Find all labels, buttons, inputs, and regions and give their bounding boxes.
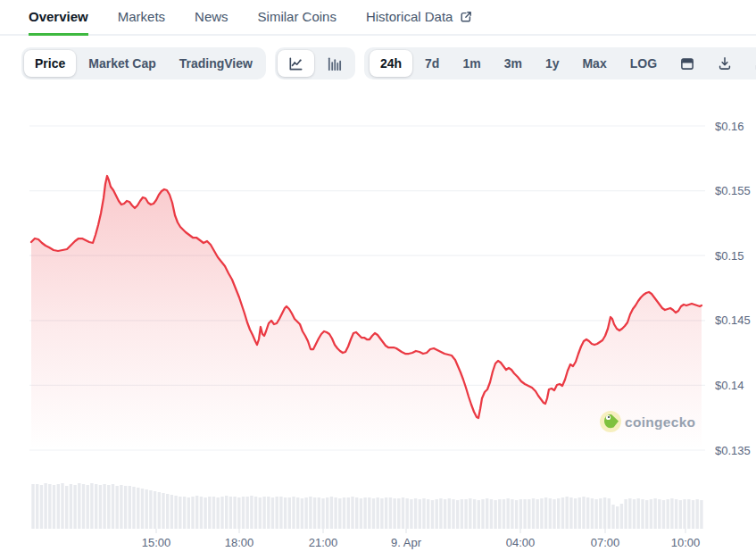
expand-button[interactable] xyxy=(744,50,756,77)
metric-group: PriceMarket CapTradingView xyxy=(21,47,266,79)
volume-bar xyxy=(129,486,131,529)
volume-bar xyxy=(132,487,135,529)
volume-bar xyxy=(586,497,589,529)
volume-bar xyxy=(355,497,358,529)
download-button[interactable] xyxy=(707,50,743,77)
range-log-button[interactable]: LOG xyxy=(619,50,668,77)
volume-bar xyxy=(78,483,80,529)
volume-bar xyxy=(650,499,652,529)
volume-bar xyxy=(284,497,287,529)
volume-bar xyxy=(195,496,198,529)
volume-bar xyxy=(120,485,122,529)
range-3m-button[interactable]: 3m xyxy=(494,50,533,77)
volume-bar xyxy=(40,485,43,529)
volume-bar xyxy=(599,498,602,529)
volume-bar xyxy=(31,484,34,529)
volume-bar xyxy=(637,498,640,529)
volume-bar xyxy=(318,497,320,529)
volume-bar xyxy=(641,499,644,529)
volume-bar xyxy=(503,499,505,529)
volume-bar xyxy=(620,504,623,529)
volume-bar xyxy=(57,484,60,529)
volume-bar xyxy=(628,498,631,529)
volume-bar xyxy=(523,499,526,529)
volume-bar xyxy=(351,497,353,529)
volume-bar xyxy=(515,500,518,529)
volume-bar xyxy=(208,497,211,529)
chart-toolbar: PriceMarket CapTradingView 24h7d1m3m1yMa… xyxy=(21,47,753,79)
range-1m-button[interactable]: 1m xyxy=(452,50,491,77)
volume-bar xyxy=(225,496,228,529)
volume-bar xyxy=(212,497,215,529)
volume-bar xyxy=(696,499,699,529)
volume-bar xyxy=(540,498,543,529)
volume-bar xyxy=(334,497,336,529)
volume-bar xyxy=(594,499,597,529)
volume-bar xyxy=(141,489,144,529)
tab-news[interactable]: News xyxy=(195,0,228,36)
tab-historical-data[interactable]: Historical Data xyxy=(366,0,474,36)
volume-bar xyxy=(70,484,72,529)
volume-bar xyxy=(436,499,438,529)
x-axis-label: 04:00 xyxy=(506,536,536,549)
volume-bar xyxy=(679,500,682,529)
volume-bar xyxy=(616,506,619,529)
volume-bar xyxy=(292,497,295,529)
volume-bar xyxy=(507,498,510,529)
volume-bar xyxy=(271,497,274,529)
price-button[interactable]: Price xyxy=(24,50,76,77)
volume-bar xyxy=(36,484,38,529)
volume-bar xyxy=(380,498,383,529)
volume-bar xyxy=(200,497,203,529)
y-axis-label: $0.155 xyxy=(715,184,751,197)
tab-label: Overview xyxy=(29,9,88,24)
button-label: 24h xyxy=(380,56,402,71)
external-link-icon xyxy=(459,10,473,24)
volume-bar xyxy=(692,500,694,529)
volume-bar xyxy=(406,498,409,529)
volume-bar xyxy=(137,488,139,529)
volume-bar xyxy=(393,498,395,529)
volume-bar xyxy=(112,484,114,529)
volume-bar xyxy=(569,497,572,529)
chart-type-line-chart-button[interactable] xyxy=(278,50,314,77)
market-cap-button[interactable]: Market Cap xyxy=(78,50,166,77)
calendar-icon xyxy=(679,55,695,71)
volume-bar xyxy=(87,485,89,529)
y-axis-label: $0.16 xyxy=(715,120,744,133)
range-24h-button[interactable]: 24h xyxy=(370,50,412,77)
range-max-button[interactable]: Max xyxy=(571,50,617,77)
volume-bar xyxy=(633,499,636,529)
range-7d-button[interactable]: 7d xyxy=(414,50,450,77)
tab-overview[interactable]: Overview xyxy=(29,0,88,36)
chart-type-bar-chart-button[interactable] xyxy=(316,50,353,77)
volume-bar xyxy=(402,497,404,529)
volume-bar xyxy=(363,497,366,529)
volume-bar xyxy=(444,499,446,529)
volume-bar xyxy=(464,499,467,529)
tab-similar-coins[interactable]: Similar Coins xyxy=(258,0,336,36)
price-chart[interactable]: $0.16$0.155$0.15$0.145$0.14$0.13515:0018… xyxy=(0,0,756,560)
volume-bar xyxy=(276,497,278,529)
volume-bar xyxy=(191,497,194,529)
volume-bar xyxy=(536,499,539,529)
volume-bar xyxy=(608,498,611,529)
volume-bar xyxy=(683,499,685,529)
volume-bar xyxy=(250,496,253,529)
volume-bar xyxy=(166,494,169,529)
volume-bar xyxy=(279,497,282,529)
volume-bar xyxy=(452,499,454,529)
range-1y-button[interactable]: 1y xyxy=(535,50,570,77)
volume-bar xyxy=(578,497,581,529)
chart-type-group xyxy=(275,47,355,79)
volume-bar xyxy=(53,485,55,529)
tab-markets[interactable]: Markets xyxy=(118,0,165,36)
volume-bar xyxy=(170,495,173,529)
volume-bar xyxy=(372,498,375,529)
volume-bar xyxy=(414,498,417,529)
volume-bar xyxy=(343,497,345,529)
volume-bars xyxy=(31,483,702,529)
x-axis-label: 18:00 xyxy=(225,536,254,549)
tradingview-button[interactable]: TradingView xyxy=(169,50,263,77)
calendar-button[interactable] xyxy=(669,50,705,77)
